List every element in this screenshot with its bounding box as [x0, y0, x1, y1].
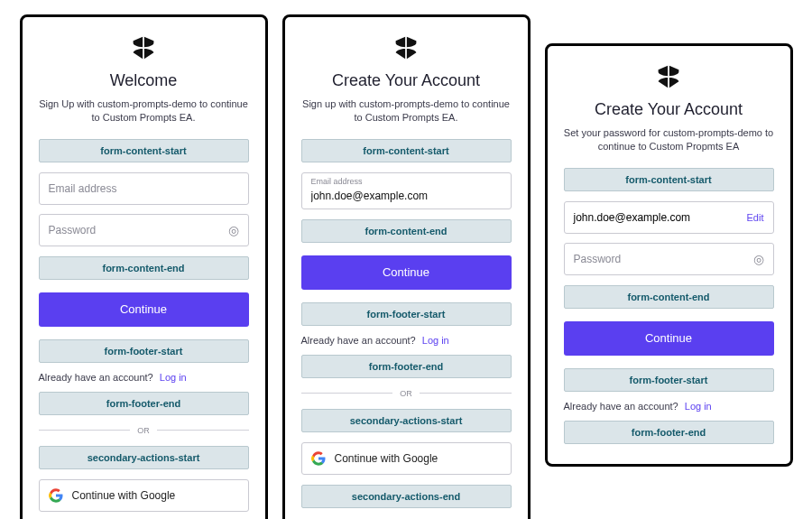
alt-auth-prompt: Already have an account? [39, 372, 153, 383]
continue-button[interactable]: Continue [39, 292, 249, 327]
slot-form-content-start: form-content-start [564, 168, 774, 191]
continue-button[interactable]: Continue [301, 255, 512, 290]
login-link[interactable]: Log in [422, 335, 449, 346]
continue-button[interactable]: Continue [564, 321, 774, 356]
divider-label: OR [137, 426, 150, 435]
slot-form-content-end: form-content-end [564, 285, 774, 309]
page-subtitle: Sign up with custom-prompts-demo to cont… [301, 97, 512, 125]
edit-email-link[interactable]: Edit [747, 212, 764, 223]
alt-auth-line: Already have an account? Log in [301, 335, 512, 346]
slot-form-footer-end: form-footer-end [39, 392, 249, 415]
email-readonly-row: john.doe@example.com Edit [564, 201, 774, 234]
email-label: Email address [311, 177, 502, 186]
slot-secondary-actions-start: secondary-actions-start [39, 446, 249, 469]
slot-form-footer-start: form-footer-start [301, 302, 512, 326]
slot-form-content-start: form-content-start [39, 139, 249, 162]
continue-with-google-button[interactable]: Continue with Google [39, 479, 249, 512]
google-icon [311, 451, 326, 466]
google-button-label: Continue with Google [335, 452, 438, 465]
password-field[interactable] [574, 253, 753, 265]
page-title: Create Your Account [564, 100, 774, 119]
slot-form-content-start: form-content-start [301, 139, 512, 162]
email-field-wrapper: Email address [301, 172, 512, 209]
email-field[interactable] [49, 182, 239, 195]
slot-form-footer-end: form-footer-end [301, 355, 512, 378]
screen-create-password: Create Your Account Set your password fo… [545, 43, 793, 467]
brand-shield-icon [131, 35, 156, 60]
slot-form-content-end: form-content-end [39, 256, 249, 280]
login-link[interactable]: Log in [685, 401, 712, 412]
email-field[interactable] [311, 190, 502, 202]
eye-icon[interactable]: ◎ [753, 252, 764, 266]
slot-form-content-end: form-content-end [301, 219, 512, 243]
eye-icon[interactable]: ◎ [228, 223, 239, 237]
slot-form-footer-end: form-footer-end [564, 421, 774, 444]
email-field-wrapper [39, 172, 249, 205]
divider-label: OR [400, 389, 412, 398]
alt-auth-prompt: Already have an account? [564, 401, 678, 412]
email-readonly-value: john.doe@example.com [574, 211, 691, 224]
alt-auth-line: Already have an account? Log in [39, 372, 249, 383]
continue-with-google-button[interactable]: Continue with Google [301, 442, 512, 475]
google-icon [49, 488, 63, 503]
brand-shield-icon [393, 35, 419, 60]
screen-welcome: Welcome Sign Up with custom-prompts-demo… [20, 14, 268, 519]
google-button-label: Continue with Google [72, 489, 176, 502]
slot-form-footer-start: form-footer-start [39, 339, 249, 363]
divider: OR [39, 426, 249, 435]
password-field-wrapper: ◎ [564, 243, 774, 275]
brand-shield-icon [656, 64, 681, 89]
page-title: Welcome [39, 71, 249, 90]
slot-form-footer-start: form-footer-start [564, 368, 774, 392]
slot-secondary-actions-end: secondary-actions-end [301, 485, 512, 508]
alt-auth-prompt: Already have an account? [301, 335, 416, 346]
password-field[interactable] [49, 224, 228, 236]
password-field-wrapper: ◎ [39, 214, 249, 246]
page-subtitle: Set your password for custom-prompts-dem… [564, 126, 774, 153]
alt-auth-line: Already have an account? Log in [564, 401, 774, 412]
login-link[interactable]: Log in [160, 372, 187, 383]
divider: OR [301, 389, 512, 398]
page-subtitle: Sign Up with custom-prompts-demo to cont… [39, 97, 249, 125]
slot-secondary-actions-start: secondary-actions-start [301, 409, 512, 432]
screen-create-email: Create Your Account Sign up with custom-… [282, 14, 531, 519]
page-title: Create Your Account [301, 71, 512, 90]
